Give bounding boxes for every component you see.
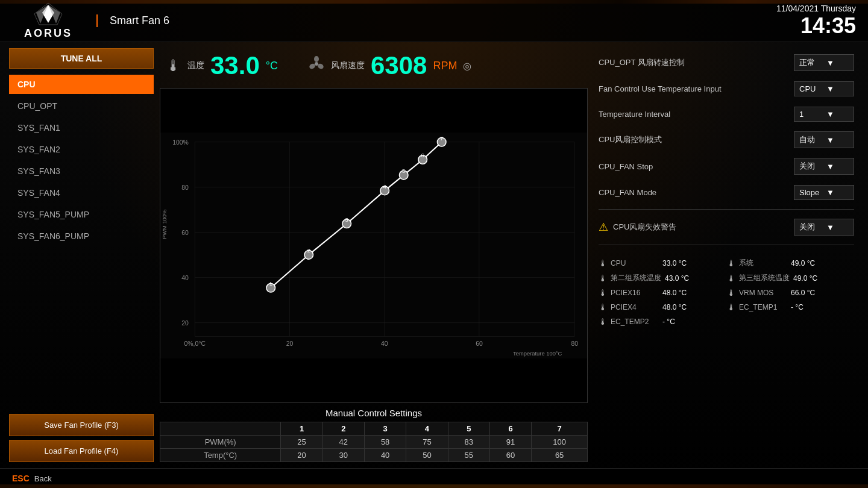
cpu-fan-stop-label: CPU_FAN Stop (599, 162, 794, 171)
svg-point-4 (315, 62, 318, 66)
dropdown-arrow-1: ▼ (826, 84, 849, 93)
temp-reading-pciex4: 🌡 PCIEX4 48.0 °C (599, 301, 726, 314)
back-label: Back (34, 474, 52, 483)
temp-val-6[interactable]: 60 (489, 449, 531, 462)
sidebar-item-sys-fan1[interactable]: SYS_FAN1 (9, 118, 154, 137)
temp-reading-sys2-value: 43.0 °C (665, 274, 689, 283)
fan-label: 风扇速度 (331, 60, 365, 71)
esc-bar: ESC Back (0, 468, 868, 488)
chart-header: 🌡 温度 33.0 °C 风扇速度 (160, 48, 588, 83)
temp-reading-system-label: 系统 (739, 258, 787, 268)
temp-reading-cpu-icon: 🌡 (599, 258, 607, 268)
temp-val-1[interactable]: 20 (281, 449, 322, 462)
cpu-fan-control-mode-dropdown[interactable]: 自动 ▼ (794, 131, 854, 148)
warning-divider (599, 245, 854, 245)
svg-text:80: 80 (571, 340, 578, 347)
fan-icon (308, 55, 325, 77)
cpu-opt-fan-control-label: CPU_OPT 风扇转速控制 (599, 57, 794, 68)
temp-reading-sys2-label: 第二组系统温度 (611, 273, 661, 283)
temp-reading-ec-temp1-label: EC_TEMP1 (739, 303, 787, 311)
temperature-interval-row: Temperature Interval 1 ▼ (594, 103, 859, 125)
fan-curve-chart[interactable]: 100% 80 60 40 20 PWM 100% 0%,0°C 20 40 6… (160, 88, 588, 403)
pwm-row-label: PWM(%) (160, 436, 281, 449)
fan-failure-warning-dropdown[interactable]: 关闭 ▼ (794, 219, 854, 236)
dropdown-arrow-2: ▼ (826, 110, 849, 119)
col-header-1: 1 (281, 422, 322, 436)
temp-val-5[interactable]: 55 (448, 449, 489, 462)
pwm-val-7[interactable]: 100 (532, 436, 588, 449)
fan-failure-warning-row: ⚠ CPU风扇失效警告 关闭 ▼ (594, 216, 859, 239)
temp-reading-sys2: 🌡 第二组系统温度 43.0 °C (599, 271, 726, 285)
load-fan-profile-button[interactable]: Load Fan Profile (F4) (9, 440, 154, 462)
sidebar-item-cpu[interactable]: CPU (9, 75, 154, 94)
temp-reading-sys3: 🌡 第三组系统温度 49.0 °C (727, 271, 854, 285)
temp-reading-system: 🌡 系统 49.0 °C (727, 256, 854, 270)
temp-reading-ec-temp2: 🌡 EC_TEMP2 - °C (599, 315, 726, 328)
fan-control-temp-input-label: Fan Control Use Temperature Input (599, 84, 794, 93)
pwm-val-5[interactable]: 83 (448, 436, 489, 449)
sidebar: TUNE ALL CPU CPU_OPT SYS_FAN1 SYS_FAN2 S… (9, 48, 154, 462)
settings-divider (599, 209, 854, 210)
sidebar-item-sys-fan4[interactable]: SYS_FAN4 (9, 183, 154, 202)
sidebar-item-sys-fan2[interactable]: SYS_FAN2 (9, 140, 154, 159)
fan-control-temp-input-dropdown[interactable]: CPU ▼ (794, 81, 854, 96)
temp-reading-sys3-value: 49.0 °C (793, 274, 817, 283)
temp-reading-system-value: 49.0 °C (791, 259, 815, 267)
sidebar-item-cpu-opt[interactable]: CPU_OPT (9, 96, 154, 116)
svg-text:100%: 100% (172, 139, 189, 146)
sidebar-item-sys-fan3[interactable]: SYS_FAN3 (9, 161, 154, 181)
dropdown-arrow-4: ▼ (826, 162, 849, 171)
logo-text: AORUS (24, 27, 72, 40)
temp-reading-pciex16-icon: 🌡 (599, 288, 607, 298)
temp-reading-ec-temp2-value: - °C (662, 318, 675, 326)
pwm-val-1[interactable]: 25 (281, 436, 322, 449)
pwm-val-3[interactable]: 58 (364, 436, 406, 449)
svg-text:Temperature 100°C: Temperature 100°C (513, 351, 562, 357)
temp-reading-vrm: 🌡 VRM MOS 66.0 °C (727, 286, 854, 299)
sidebar-item-sys-fan6-pump[interactable]: SYS_FAN6_PUMP (9, 227, 154, 246)
temperature-interval-dropdown[interactable]: 1 ▼ (794, 107, 854, 122)
cpu-opt-fan-control-dropdown[interactable]: 正常 ▼ (794, 54, 854, 71)
col-header-4: 4 (406, 422, 448, 436)
cpu-fan-mode-row: CPU_FAN Mode Slope ▼ (594, 181, 859, 203)
dropdown-arrow-3: ▼ (826, 136, 849, 145)
pwm-val-4[interactable]: 75 (406, 436, 448, 449)
svg-text:4: 4 (383, 184, 386, 190)
sidebar-item-sys-fan5-pump[interactable]: SYS_FAN5_PUMP (9, 205, 154, 224)
thermometer-icon: 🌡 (166, 57, 181, 75)
pwm-val-2[interactable]: 42 (322, 436, 364, 449)
svg-text:5: 5 (402, 168, 405, 174)
temp-val-7[interactable]: 65 (532, 449, 588, 462)
cpu-opt-fan-control-row: CPU_OPT 风扇转速控制 正常 ▼ (594, 51, 859, 74)
temp-reading-cpu-value: 33.0 °C (662, 259, 687, 267)
temp-val-2[interactable]: 30 (322, 449, 364, 462)
fan-failure-warning-label: CPU风扇失效警告 (613, 222, 789, 233)
aorus-logo-icon (33, 2, 63, 26)
temp-reading-pciex16-value: 48.0 °C (662, 289, 687, 297)
temp-val-4[interactable]: 50 (406, 449, 448, 462)
pwm-val-6[interactable]: 91 (489, 436, 531, 449)
svg-text:20: 20 (181, 320, 189, 327)
save-fan-profile-button[interactable]: Save Fan Profile (F3) (9, 414, 154, 436)
cpu-fan-mode-label: CPU_FAN Mode (599, 188, 794, 197)
temp-reading-sys3-icon: 🌡 (727, 274, 735, 283)
svg-text:2: 2 (307, 248, 310, 254)
header: AORUS Smart Fan 6 11/04/2021 Thursday 14… (0, 0, 868, 42)
temp-val-3[interactable]: 40 (364, 449, 406, 462)
temp-reading-sys3-label: 第三组系统温度 (739, 273, 790, 283)
fan-display: 风扇速度 6308 RPM ◎ (308, 51, 471, 80)
tune-all-button[interactable]: TUNE ALL (9, 48, 154, 69)
temp-reading-vrm-icon: 🌡 (727, 288, 735, 298)
manual-control-table: 1 2 3 4 5 6 7 PWM(%) 25 42 (160, 422, 588, 462)
cpu-fan-stop-dropdown[interactable]: 关闭 ▼ (794, 158, 854, 175)
svg-text:3: 3 (345, 217, 348, 223)
temp-value: 33.0 (210, 51, 260, 80)
table-row-pwm: PWM(%) 25 42 58 75 83 91 100 (160, 436, 588, 449)
app-title: Smart Fan 6 (96, 14, 169, 27)
svg-rect-8 (160, 133, 587, 358)
fan-value: 6308 (371, 51, 427, 80)
temp-reading-ec-temp1-value: - °C (791, 303, 804, 311)
cpu-fan-mode-dropdown[interactable]: Slope ▼ (794, 185, 854, 200)
col-header-6: 6 (489, 422, 531, 436)
esc-key-label[interactable]: ESC (12, 474, 30, 483)
